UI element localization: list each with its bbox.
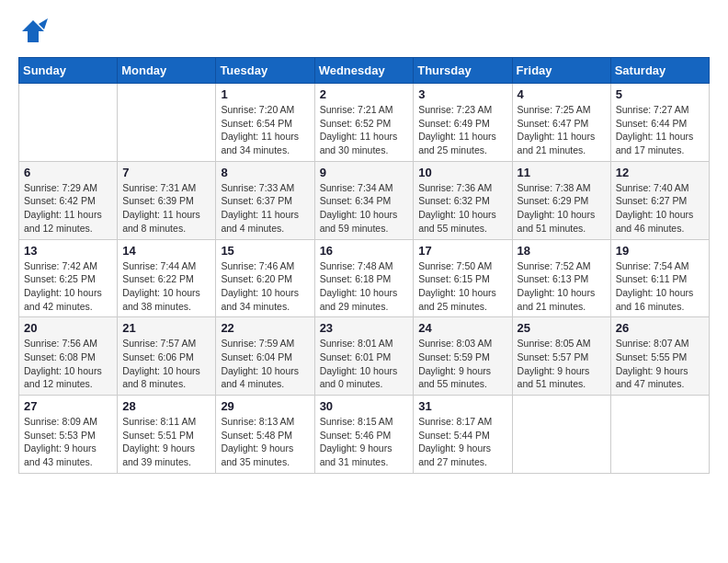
calendar-cell: 23Sunrise: 8:01 AMSunset: 6:01 PMDayligh… [314,317,414,396]
day-info: Sunrise: 7:50 AMSunset: 6:15 PMDaylight:… [418,259,506,314]
weekday-header: Monday [118,58,216,84]
calendar-cell: 3Sunrise: 7:23 AMSunset: 6:49 PMDaylight… [414,84,512,162]
day-info: Sunrise: 7:52 AMSunset: 6:13 PMDaylight:… [518,259,606,314]
calendar-week-row: 20Sunrise: 7:56 AMSunset: 6:08 PMDayligh… [19,317,710,396]
day-info: Sunrise: 7:42 AMSunset: 6:25 PMDaylight:… [24,259,112,314]
calendar-week-row: 6Sunrise: 7:29 AMSunset: 6:42 PMDaylight… [19,161,710,239]
day-number: 14 [122,244,210,258]
day-number: 19 [616,244,704,258]
day-info: Sunrise: 7:59 AMSunset: 6:04 PMDaylight:… [221,337,309,391]
day-info: Sunrise: 7:31 AMSunset: 6:39 PMDaylight:… [122,181,210,236]
day-number: 12 [616,166,704,179]
weekday-header: Friday [512,58,610,84]
calendar-week-row: 13Sunrise: 7:42 AMSunset: 6:25 PMDayligh… [19,239,710,317]
day-number: 4 [518,87,606,101]
day-number: 30 [320,399,409,413]
day-info: Sunrise: 8:17 AMSunset: 5:44 PMDaylight:… [418,415,506,469]
day-number: 13 [24,244,112,258]
day-number: 7 [122,166,210,179]
day-number: 6 [24,166,112,179]
calendar-cell: 7Sunrise: 7:31 AMSunset: 6:39 PMDaylight… [118,161,216,239]
calendar-cell: 10Sunrise: 7:36 AMSunset: 6:32 PMDayligh… [414,161,512,239]
weekday-header: Sunday [19,58,118,84]
day-info: Sunrise: 8:15 AMSunset: 5:46 PMDaylight:… [320,415,409,469]
day-number: 24 [418,321,506,335]
day-number: 10 [418,166,506,179]
calendar-cell [610,396,709,474]
calendar-cell: 31Sunrise: 8:17 AMSunset: 5:44 PMDayligh… [414,396,512,474]
calendar-cell: 21Sunrise: 7:57 AMSunset: 6:06 PMDayligh… [118,317,216,396]
calendar-cell [512,396,610,474]
day-info: Sunrise: 8:05 AMSunset: 5:57 PMDaylight:… [518,337,606,391]
day-number: 15 [221,244,309,258]
logo [18,18,51,48]
day-info: Sunrise: 7:23 AMSunset: 6:49 PMDaylight:… [418,103,506,157]
day-number: 26 [616,321,704,335]
calendar-cell: 27Sunrise: 8:09 AMSunset: 5:53 PMDayligh… [19,396,118,474]
day-number: 1 [221,87,309,101]
day-info: Sunrise: 7:56 AMSunset: 6:08 PMDaylight:… [24,337,112,391]
weekday-header: Wednesday [314,58,414,84]
day-info: Sunrise: 7:29 AMSunset: 6:42 PMDaylight:… [24,181,112,236]
day-number: 5 [616,87,704,101]
day-info: Sunrise: 7:38 AMSunset: 6:29 PMDaylight:… [518,181,606,236]
day-number: 16 [320,244,409,258]
day-number: 29 [221,399,309,413]
logo-icon [18,18,48,48]
day-number: 22 [221,321,309,335]
day-number: 18 [518,244,606,258]
day-info: Sunrise: 7:33 AMSunset: 6:37 PMDaylight:… [221,181,309,236]
calendar-cell: 16Sunrise: 7:48 AMSunset: 6:18 PMDayligh… [314,239,414,317]
day-info: Sunrise: 7:20 AMSunset: 6:54 PMDaylight:… [221,103,309,157]
day-number: 23 [320,321,409,335]
calendar-cell [118,84,216,162]
day-info: Sunrise: 7:57 AMSunset: 6:06 PMDaylight:… [122,337,210,391]
calendar-cell: 9Sunrise: 7:34 AMSunset: 6:34 PMDaylight… [314,161,414,239]
day-info: Sunrise: 8:03 AMSunset: 5:59 PMDaylight:… [418,337,506,391]
calendar-header-row: SundayMondayTuesdayWednesdayThursdayFrid… [19,58,710,84]
weekday-header: Saturday [610,58,709,84]
day-info: Sunrise: 7:36 AMSunset: 6:32 PMDaylight:… [418,181,506,236]
calendar-cell: 5Sunrise: 7:27 AMSunset: 6:44 PMDaylight… [610,84,709,162]
calendar-cell: 17Sunrise: 7:50 AMSunset: 6:15 PMDayligh… [414,239,512,317]
day-number: 27 [24,399,112,413]
calendar-cell: 18Sunrise: 7:52 AMSunset: 6:13 PMDayligh… [512,239,610,317]
day-info: Sunrise: 8:01 AMSunset: 6:01 PMDaylight:… [320,337,409,391]
day-info: Sunrise: 8:07 AMSunset: 5:55 PMDaylight:… [616,337,704,391]
day-number: 8 [221,166,309,179]
calendar-cell: 6Sunrise: 7:29 AMSunset: 6:42 PMDaylight… [19,161,118,239]
calendar-cell: 12Sunrise: 7:40 AMSunset: 6:27 PMDayligh… [610,161,709,239]
day-info: Sunrise: 8:09 AMSunset: 5:53 PMDaylight:… [24,415,112,469]
calendar-week-row: 27Sunrise: 8:09 AMSunset: 5:53 PMDayligh… [19,396,710,474]
calendar-cell: 14Sunrise: 7:44 AMSunset: 6:22 PMDayligh… [118,239,216,317]
calendar-cell: 13Sunrise: 7:42 AMSunset: 6:25 PMDayligh… [19,239,118,317]
calendar-cell: 25Sunrise: 8:05 AMSunset: 5:57 PMDayligh… [512,317,610,396]
day-info: Sunrise: 7:54 AMSunset: 6:11 PMDaylight:… [616,259,704,314]
calendar-cell: 8Sunrise: 7:33 AMSunset: 6:37 PMDaylight… [216,161,314,239]
calendar-cell: 19Sunrise: 7:54 AMSunset: 6:11 PMDayligh… [610,239,709,317]
calendar-cell: 30Sunrise: 8:15 AMSunset: 5:46 PMDayligh… [314,396,414,474]
day-number: 25 [518,321,606,335]
day-info: Sunrise: 7:27 AMSunset: 6:44 PMDaylight:… [616,103,704,157]
day-info: Sunrise: 7:34 AMSunset: 6:34 PMDaylight:… [320,181,409,236]
calendar-cell: 29Sunrise: 8:13 AMSunset: 5:48 PMDayligh… [216,396,314,474]
calendar-cell: 22Sunrise: 7:59 AMSunset: 6:04 PMDayligh… [216,317,314,396]
calendar-cell: 2Sunrise: 7:21 AMSunset: 6:52 PMDaylight… [314,84,414,162]
day-number: 28 [122,399,210,413]
calendar-cell: 26Sunrise: 8:07 AMSunset: 5:55 PMDayligh… [610,317,709,396]
day-number: 2 [320,87,409,101]
calendar-cell: 20Sunrise: 7:56 AMSunset: 6:08 PMDayligh… [19,317,118,396]
day-number: 17 [418,244,506,258]
weekday-header: Thursday [414,58,512,84]
day-number: 21 [122,321,210,335]
day-info: Sunrise: 7:21 AMSunset: 6:52 PMDaylight:… [320,103,409,157]
day-info: Sunrise: 8:13 AMSunset: 5:48 PMDaylight:… [221,415,309,469]
calendar-cell: 1Sunrise: 7:20 AMSunset: 6:54 PMDaylight… [216,84,314,162]
day-info: Sunrise: 7:40 AMSunset: 6:27 PMDaylight:… [616,181,704,236]
calendar: SundayMondayTuesdayWednesdayThursdayFrid… [18,57,710,474]
calendar-cell: 15Sunrise: 7:46 AMSunset: 6:20 PMDayligh… [216,239,314,317]
calendar-week-row: 1Sunrise: 7:20 AMSunset: 6:54 PMDaylight… [19,84,710,162]
day-number: 3 [418,87,506,101]
calendar-cell: 4Sunrise: 7:25 AMSunset: 6:47 PMDaylight… [512,84,610,162]
day-number: 31 [418,399,506,413]
